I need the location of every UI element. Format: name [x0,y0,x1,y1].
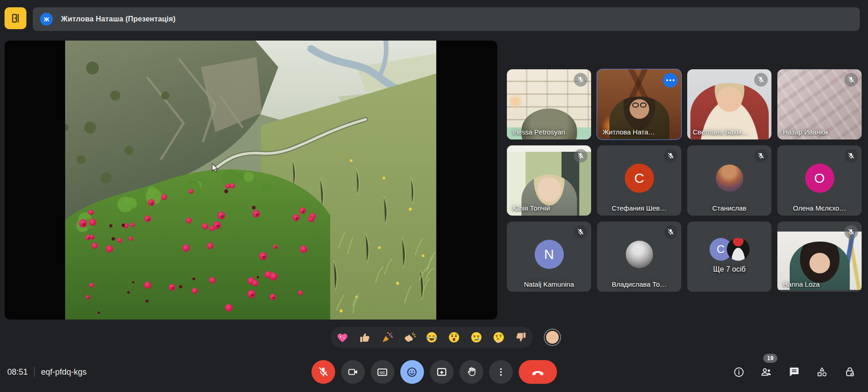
mic-off-icon [574,149,587,163]
mic-off-icon [844,225,858,239]
participant-name: Юлія Топчій [512,204,550,212]
participant-tile-vladyslava[interactable]: Владислава То… [597,222,681,292]
participant-tile-yulia[interactable]: Юлія Топчій [507,145,591,216]
skin-tone-selector[interactable] [545,330,560,345]
host-controls-button[interactable] [843,360,856,384]
captions-button[interactable]: CC [371,360,394,384]
home-door-button[interactable] [5,7,26,29]
end-call-icon [531,365,545,379]
participant-tile-nazar[interactable]: Назар Иванюк [777,69,862,139]
mic-off-icon [574,225,587,239]
more-options-icon [495,366,507,378]
more-options-button[interactable] [489,360,513,384]
mic-button[interactable] [311,360,335,384]
presenter-avatar: Ж [40,13,53,26]
presentation-stage[interactable] [5,41,497,320]
reaction-thinking[interactable] [492,330,505,344]
reactions-bar [331,327,533,348]
participant-name: Стефания Шев… [597,204,681,212]
lock-icon [843,366,856,378]
avatar: O [805,164,834,193]
people-icon [760,366,773,378]
chat-button[interactable] [788,360,801,384]
svg-text:CC: CC [380,370,385,374]
reaction-clapping-hands[interactable] [403,330,416,344]
reaction-thumbs-down[interactable] [514,330,528,344]
participant-tile-stefania[interactable]: C Стефания Шев… [597,145,681,216]
reaction-crying[interactable] [470,330,483,344]
presentation-photo [65,41,436,320]
presentation-tab[interactable]: Ж Житлова Наташа (Презентація) [33,7,860,31]
participant-tile-olena[interactable]: O Олена Мєлєхо… [777,145,862,216]
participants-grid: Inessa Petrosyan Житлова Ната… Светлана … [507,69,862,292]
avatar [727,238,750,261]
present-button[interactable] [430,360,454,384]
activities-button[interactable] [816,360,828,384]
more-people-label: Ще 7 осіб [687,265,771,273]
door-icon [10,12,21,24]
info-icon [733,366,745,378]
end-call-button[interactable] [519,360,557,384]
avatar: N [535,240,564,269]
participant-name: Светлана Бахм… [693,128,748,136]
participant-name: Назар Иванюк [783,128,828,136]
participant-name: Владислава То… [597,280,681,288]
meeting-panels-controls: 19 [732,360,856,384]
mic-off-icon [754,73,768,87]
participant-name: Олена Мєлєхо… [777,204,862,212]
mic-off-icon [844,73,858,87]
reaction-thumbs-up[interactable] [358,330,372,344]
participant-tile-svetlana[interactable]: Светлана Бахм… [687,69,771,139]
chat-icon [788,366,801,378]
stacked-avatars: C [687,238,771,261]
present-screen-icon [436,366,448,378]
participant-name: Natalj Kamunina [507,280,591,288]
mic-off-icon [664,149,678,163]
camera-button[interactable] [341,360,365,384]
participant-name: Станислав [687,204,771,212]
more-options-icon[interactable] [663,73,678,88]
participant-tile-inessa[interactable]: Inessa Petrosyan [507,69,591,139]
reaction-tears-of-joy[interactable] [425,330,439,344]
people-button[interactable]: 19 [760,360,773,384]
reactions-button[interactable] [400,360,424,384]
google-meet-window: Ж Житлова Наташа (Презентація) [0,0,868,392]
smiley-icon [406,366,418,378]
reaction-sparkling-heart[interactable] [336,330,349,344]
participant-tile-stanislav[interactable]: Станислав [687,145,771,216]
avatar: C [625,164,654,193]
glasses-detail [632,103,646,108]
participant-name: Hanna Loza [783,280,820,288]
participant-tile-zhytlova[interactable]: Житлова Ната… [597,69,681,139]
meeting-details-button[interactable] [732,360,745,384]
activities-icon [816,366,828,378]
mic-off-icon [754,149,768,163]
camera-icon [347,366,359,378]
avatar [716,165,743,192]
reaction-party-popper[interactable] [380,330,394,344]
participant-name: Житлова Ната… [602,128,655,136]
raise-hand-icon [465,366,477,378]
participant-tile-hanna[interactable]: Hanna Loza [777,222,862,292]
mic-off-icon [574,73,587,87]
reaction-astonished[interactable] [447,330,461,344]
presenter-tab-label: Житлова Наташа (Презентація) [61,15,176,23]
captions-icon: CC [376,366,388,378]
participant-count-badge: 19 [763,354,777,363]
mic-off-icon [664,225,678,239]
participant-name: Inessa Petrosyan [512,128,565,136]
mic-off-icon [844,149,858,163]
mic-off-icon [317,366,329,378]
overflow-tile-more-people[interactable]: C Ще 7 осіб [687,222,771,292]
avatar [626,241,653,268]
raise-hand-button[interactable] [460,360,483,384]
participant-tile-natalj[interactable]: N Natalj Kamunina [507,222,591,292]
